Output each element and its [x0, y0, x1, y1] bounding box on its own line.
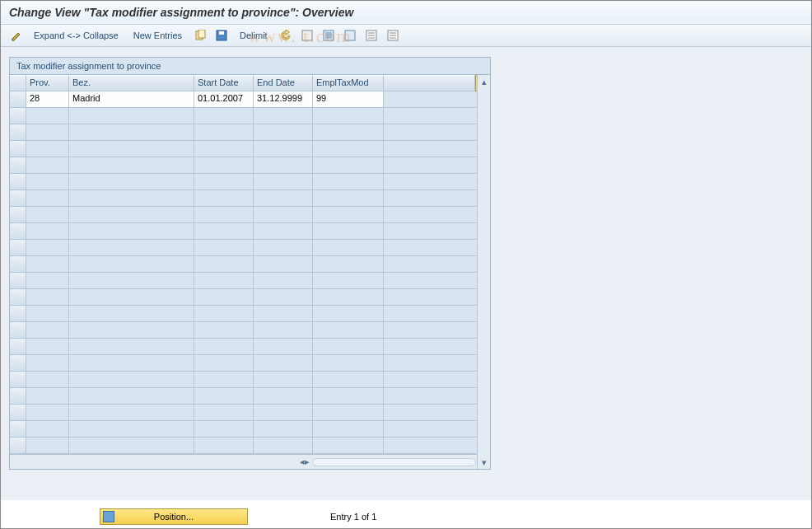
cell-mod[interactable] [313, 124, 384, 141]
row-selector[interactable] [10, 223, 26, 240]
row-selector[interactable] [10, 174, 26, 190]
cell-end[interactable] [254, 339, 313, 355]
cell-mod[interactable] [313, 306, 384, 322]
cell-prov[interactable] [26, 339, 69, 355]
cell-prov[interactable] [26, 306, 69, 322]
cell-end[interactable] [254, 124, 313, 141]
cell-prov[interactable]: 28 [26, 91, 69, 108]
row-selector[interactable] [10, 388, 26, 405]
cell-prov[interactable] [26, 223, 69, 240]
table-row[interactable] [10, 240, 490, 256]
cell-prov[interactable] [26, 372, 69, 388]
table-row[interactable] [10, 157, 490, 174]
cell-prov[interactable] [26, 240, 69, 256]
cell-prov[interactable] [26, 190, 69, 207]
cell-bez[interactable] [69, 223, 194, 240]
cell-end[interactable] [254, 322, 313, 339]
list2-icon[interactable] [385, 28, 401, 43]
table-row[interactable] [10, 207, 490, 223]
cell-mod[interactable] [313, 240, 384, 256]
cell-mod[interactable] [313, 421, 384, 438]
cell-start[interactable] [194, 438, 254, 454]
cell-mod[interactable] [313, 190, 384, 207]
cell-start[interactable] [194, 289, 254, 306]
cell-mod[interactable] [313, 207, 384, 223]
cell-prov[interactable] [26, 124, 69, 141]
table-row[interactable] [10, 190, 490, 207]
row-selector[interactable] [10, 355, 26, 372]
table-row[interactable] [10, 124, 490, 141]
cell-bez[interactable] [69, 306, 194, 322]
delimit-button[interactable]: Delimit [235, 29, 273, 42]
col-bez-header[interactable]: Bez. [69, 75, 194, 91]
cell-bez[interactable] [69, 141, 194, 157]
cell-end[interactable] [254, 141, 313, 157]
cell-end[interactable] [254, 405, 313, 421]
scroll-track[interactable] [312, 458, 476, 466]
cell-mod[interactable] [313, 322, 384, 339]
row-selector[interactable] [10, 108, 26, 124]
cell-bez[interactable] [69, 289, 194, 306]
horizontal-scrollbar[interactable]: ◂ ▸ ◂ ▸ [10, 454, 490, 469]
table-row[interactable]: 28Madrid01.01.200731.12.999999 [10, 91, 490, 108]
cell-start[interactable] [194, 207, 254, 223]
cell-mod[interactable] [313, 273, 384, 289]
row-selector[interactable] [10, 157, 26, 174]
cell-prov[interactable] [26, 289, 69, 306]
scroll-left-icon[interactable]: ▸ [305, 456, 310, 467]
list-icon[interactable] [363, 28, 380, 43]
cell-bez[interactable] [69, 190, 194, 207]
cell-bez[interactable] [69, 157, 194, 174]
cell-start[interactable] [194, 174, 254, 190]
col-prov-header[interactable]: Prov. [26, 75, 69, 91]
cell-bez[interactable] [69, 372, 194, 388]
cell-start[interactable] [194, 223, 254, 240]
cell-start[interactable] [194, 405, 254, 421]
cell-mod[interactable]: 99 [313, 91, 384, 108]
cell-mod[interactable] [313, 223, 384, 240]
row-selector[interactable] [10, 124, 26, 141]
cell-prov[interactable] [26, 174, 69, 190]
cell-bez[interactable] [69, 108, 194, 124]
cell-bez[interactable]: Madrid [69, 91, 194, 108]
cell-start[interactable] [194, 240, 254, 256]
cell-prov[interactable] [26, 355, 69, 372]
cell-mod[interactable] [313, 289, 384, 306]
table-row[interactable] [10, 355, 490, 372]
row-selector[interactable] [10, 372, 26, 388]
cell-bez[interactable] [69, 388, 194, 405]
col-end-header[interactable]: End Date [254, 75, 313, 91]
scroll-down-icon[interactable]: ▾ [478, 456, 490, 469]
table-row[interactable] [10, 174, 490, 190]
cell-bez[interactable] [69, 240, 194, 256]
cell-start[interactable] [194, 421, 254, 438]
table-row[interactable] [10, 108, 490, 124]
vertical-scrollbar[interactable]: ▴ ▾ [477, 75, 490, 469]
cell-end[interactable] [254, 289, 313, 306]
cell-end[interactable] [254, 256, 313, 273]
cell-end[interactable] [254, 421, 313, 438]
table-row[interactable] [10, 421, 490, 438]
cell-end[interactable] [254, 306, 313, 322]
cell-end[interactable] [254, 108, 313, 124]
table-row[interactable] [10, 306, 490, 322]
cell-bez[interactable] [69, 355, 194, 372]
cell-prov[interactable] [26, 438, 69, 454]
cell-mod[interactable] [313, 355, 384, 372]
position-button[interactable]: Position... [100, 508, 248, 525]
cell-start[interactable] [194, 157, 254, 174]
cell-prov[interactable] [26, 388, 69, 405]
cell-end[interactable] [254, 207, 313, 223]
cell-start[interactable] [194, 388, 254, 405]
cell-bez[interactable] [69, 207, 194, 223]
table-row[interactable] [10, 289, 490, 306]
col-start-header[interactable]: Start Date [194, 75, 254, 91]
cell-bez[interactable] [69, 174, 194, 190]
cell-bez[interactable] [69, 322, 194, 339]
cell-bez[interactable] [69, 339, 194, 355]
row-selector[interactable] [10, 207, 26, 223]
cell-start[interactable] [194, 108, 254, 124]
cell-prov[interactable] [26, 322, 69, 339]
cell-mod[interactable] [313, 174, 384, 190]
cell-start[interactable] [194, 339, 254, 355]
